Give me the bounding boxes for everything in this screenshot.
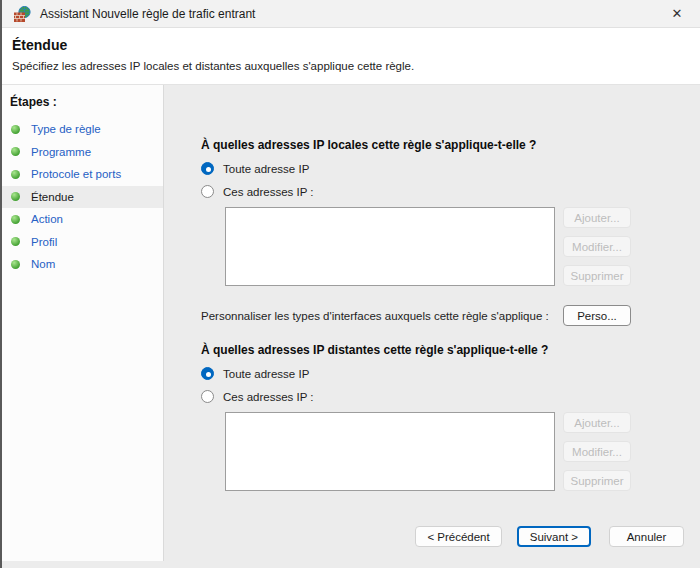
remote-remove-button[interactable]: Supprimer — [563, 470, 631, 491]
step-label: Profil — [31, 236, 57, 248]
step-bullet-icon — [11, 192, 20, 201]
titlebar: Assistant Nouvelle règle de trafic entra… — [2, 0, 700, 28]
steps-title: Étapes : — [2, 92, 163, 118]
page-description: Spécifiez les adresses IP locales et dis… — [12, 60, 688, 72]
sidebar-item-nom[interactable]: Nom — [2, 253, 163, 276]
remote-add-button[interactable]: Ajouter... — [563, 412, 631, 433]
remote-edit-button[interactable]: Modifier... — [563, 441, 631, 462]
step-label: Action — [31, 213, 63, 225]
local-add-button[interactable]: Ajouter... — [563, 207, 631, 228]
close-icon[interactable]: ✕ — [664, 2, 690, 26]
radio-local-all-ip[interactable]: Toute adresse IP — [201, 162, 700, 175]
wizard-footer: < Précédent Suivant > Annuler — [415, 526, 684, 547]
wizard-header: Étendue Spécifiez les adresses IP locale… — [2, 28, 700, 85]
interface-types-label: Personnaliser les types d'interfaces aux… — [201, 310, 549, 322]
sidebar-item-etendue[interactable]: Étendue — [2, 186, 163, 209]
step-bullet-icon — [11, 260, 20, 269]
step-label: Type de règle — [31, 123, 101, 135]
radio-unchecked-icon — [201, 390, 214, 403]
sidebar-item-action[interactable]: Action — [2, 208, 163, 231]
step-label: Nom — [31, 258, 55, 270]
sidebar-item-type-de-regle[interactable]: Type de règle — [2, 118, 163, 141]
step-label: Étendue — [31, 191, 74, 203]
page-title: Étendue — [12, 37, 688, 53]
step-bullet-icon — [11, 215, 20, 224]
step-bullet-icon — [11, 237, 20, 246]
step-label: Protocole et ports — [31, 168, 121, 180]
main-panel: À quelles adresses IP locales cette règl… — [164, 85, 700, 568]
next-button[interactable]: Suivant > — [517, 526, 591, 547]
radio-unchecked-icon — [201, 185, 214, 198]
remote-ip-listbox[interactable] — [225, 412, 555, 491]
wizard-content: Étapes : Type de règle Programme Protoco… — [2, 85, 700, 568]
sidebar-item-profil[interactable]: Profil — [2, 231, 163, 254]
radio-checked-icon — [201, 367, 214, 380]
local-edit-button[interactable]: Modifier... — [563, 236, 631, 257]
local-ip-heading: À quelles adresses IP locales cette règl… — [201, 85, 641, 152]
interface-types-row: Personnaliser les types d'interfaces aux… — [201, 305, 631, 326]
window-title: Assistant Nouvelle règle de trafic entra… — [40, 7, 255, 21]
firewall-icon — [14, 6, 31, 22]
radio-local-these-ip[interactable]: Ces adresses IP : — [201, 185, 700, 198]
sidebar-item-programme[interactable]: Programme — [2, 141, 163, 164]
local-ip-listbox[interactable] — [225, 207, 555, 286]
sidebar-item-protocole-et-ports[interactable]: Protocole et ports — [2, 163, 163, 186]
local-remove-button[interactable]: Supprimer — [563, 265, 631, 286]
step-label: Programme — [31, 146, 91, 158]
previous-button[interactable]: < Précédent — [415, 526, 501, 547]
local-ip-group: Ajouter... Modifier... Supprimer — [225, 207, 700, 286]
local-ip-buttons: Ajouter... Modifier... Supprimer — [563, 207, 631, 286]
remote-ip-heading: À quelles adresses IP distantes cette rè… — [201, 343, 641, 357]
step-bullet-icon — [11, 170, 20, 179]
step-bullet-icon — [11, 147, 20, 156]
customize-interfaces-button[interactable]: Perso... — [563, 305, 631, 326]
steps-sidebar: Étapes : Type de règle Programme Protoco… — [2, 85, 164, 561]
remote-ip-buttons: Ajouter... Modifier... Supprimer — [563, 412, 631, 491]
radio-remote-all-ip[interactable]: Toute adresse IP — [201, 367, 700, 380]
radio-checked-icon — [201, 162, 214, 175]
step-bullet-icon — [11, 125, 20, 134]
wizard-window: Assistant Nouvelle règle de trafic entra… — [0, 0, 700, 568]
cancel-button[interactable]: Annuler — [609, 526, 684, 547]
remote-ip-group: Ajouter... Modifier... Supprimer — [225, 412, 700, 491]
radio-remote-these-ip[interactable]: Ces adresses IP : — [201, 390, 700, 403]
